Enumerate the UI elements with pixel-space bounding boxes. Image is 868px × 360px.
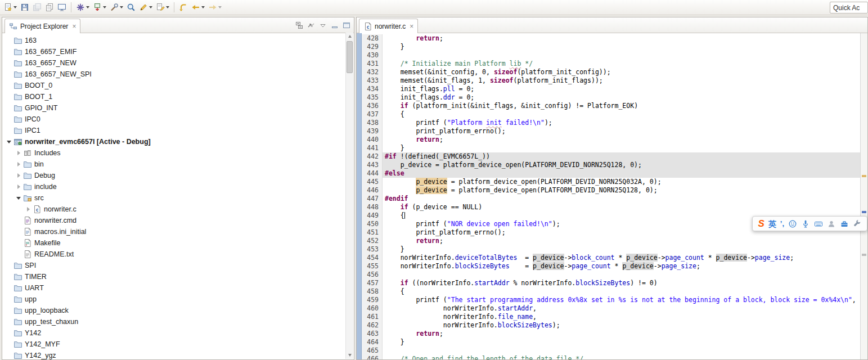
line-number[interactable]: 457 <box>362 279 383 287</box>
code-line-442[interactable]: 442#if !(defined(_EVMC6657L_)) <box>362 152 860 161</box>
code-line-454[interactable]: 454 norWriterInfo.deviceTotalBytes = p_d… <box>362 254 860 262</box>
line-number[interactable]: 451 <box>362 228 383 237</box>
sogou-logo-icon[interactable]: S <box>758 219 764 228</box>
line-number[interactable]: 465 <box>362 346 383 355</box>
tree-item-boot-0[interactable]: BOOT_0 <box>2 80 354 91</box>
minimize-button[interactable] <box>330 20 340 30</box>
line-number[interactable]: 445 <box>362 178 383 186</box>
copy-button[interactable] <box>44 1 55 14</box>
back-button[interactable] <box>190 1 206 14</box>
code-line-438[interactable]: 438 printf ("Platform init failed!\n"); <box>362 119 860 127</box>
tab-norwriter-c[interactable]: c norwriter.c × <box>359 19 418 33</box>
ime-toolbar[interactable]: S 英 ’, <box>752 216 867 231</box>
code-line-443[interactable]: 443 p_device = platform_device_open(PLAT… <box>362 161 860 169</box>
last-edit-button[interactable] <box>178 1 189 14</box>
code-line-456[interactable]: 456 <box>362 271 860 279</box>
close-icon[interactable]: × <box>410 24 413 29</box>
code-line-430[interactable]: 430 <box>362 51 860 60</box>
line-number[interactable]: 444 <box>362 169 383 178</box>
tree-item-163-6657-new-spi[interactable]: 163_6657_NEW_SPI <box>2 69 354 80</box>
code-line-437[interactable]: 437 { <box>362 110 860 119</box>
annotate-button[interactable] <box>138 1 154 14</box>
code-line-436[interactable]: 436 if (platform_init(&init_flags, &init… <box>362 102 860 110</box>
quick-access-button[interactable]: Quick Ac <box>830 2 868 14</box>
line-number[interactable]: 446 <box>362 186 383 195</box>
code-line-459[interactable]: 459 printf ("The start programming addre… <box>362 296 860 304</box>
tree-item-readme-txt[interactable]: README.txt <box>2 249 354 260</box>
terminal-button[interactable] <box>56 1 68 14</box>
line-number[interactable]: 432 <box>362 68 383 76</box>
line-number[interactable]: 453 <box>362 245 383 254</box>
ime-language-mode[interactable]: 英 <box>768 220 776 228</box>
dropdown-caret-icon[interactable] <box>201 6 205 8</box>
line-number[interactable]: 458 <box>362 287 383 296</box>
code-line-460[interactable]: 460 norWriterInfo.startAddr, <box>362 304 860 313</box>
tree-item-debug[interactable]: Debug <box>2 170 354 181</box>
line-number[interactable]: 428 <box>362 34 383 43</box>
line-number[interactable]: 440 <box>362 136 383 144</box>
explorer-scrollbar[interactable] <box>345 33 353 359</box>
dropdown-caret-icon[interactable] <box>103 6 106 8</box>
line-number[interactable]: 455 <box>362 262 383 271</box>
close-icon[interactable]: × <box>72 24 76 29</box>
code-line-431[interactable]: 431 /* Initialize main Platform lib */ <box>362 60 860 68</box>
dropdown-caret-icon[interactable] <box>14 6 17 8</box>
line-number[interactable]: 429 <box>362 43 383 51</box>
flash-button[interactable] <box>92 1 107 14</box>
tree-item-src[interactable]: src <box>2 192 354 204</box>
maximize-button[interactable] <box>341 20 352 30</box>
code-line-464[interactable]: 464 } <box>362 338 860 346</box>
code-line-445[interactable]: 445 p_device = platform_device_open(PLAT… <box>362 178 860 186</box>
code-line-428[interactable]: 428 return; <box>362 34 860 43</box>
code-line-461[interactable]: 461 norWriterInfo.file_name, <box>362 313 860 321</box>
line-number[interactable]: 435 <box>362 93 383 102</box>
line-number[interactable]: 441 <box>362 144 383 152</box>
new-button[interactable] <box>2 1 18 14</box>
code-line-429[interactable]: 429 } <box>362 43 860 51</box>
code-line-455[interactable]: 455 norWriterInfo.blockSizeBytes = p_dev… <box>362 262 860 271</box>
dropdown-caret-icon[interactable] <box>218 6 222 8</box>
link-editor-button[interactable] <box>306 20 316 30</box>
wizard-button[interactable] <box>75 1 91 14</box>
tree-collapsed-arrow-icon[interactable] <box>15 184 22 189</box>
code-line-457[interactable]: 457 if ((norWriterInfo.startAddr % norWr… <box>362 279 860 287</box>
tree-item-norwriter-evmc6657l-active-debug[interactable]: norwriter_evmc6657l [Active - Debug] <box>2 136 354 147</box>
scrollbar-thumb[interactable] <box>347 41 353 73</box>
line-number[interactable]: 449 <box>362 212 383 220</box>
tree-item-makefile[interactable]: Makefile <box>2 237 354 249</box>
save-button[interactable] <box>19 1 30 14</box>
code-line-433[interactable]: 433 memset(&init_flags, 1, sizeof(platfo… <box>362 76 860 85</box>
smiley-icon[interactable] <box>788 219 797 228</box>
line-number[interactable]: 459 <box>362 296 383 304</box>
line-number[interactable]: 460 <box>362 304 383 313</box>
code-line-452[interactable]: 452 return; <box>362 237 860 245</box>
code-line-466[interactable]: 466 /* Open and find the length of the d… <box>362 355 860 359</box>
tree-item-uart[interactable]: UART <box>2 282 354 294</box>
tree-collapsed-arrow-icon[interactable] <box>15 162 22 166</box>
line-number[interactable]: 430 <box>362 51 383 60</box>
code-line-439[interactable]: 439 print_platform_errno(); <box>362 127 860 136</box>
line-number[interactable]: 464 <box>362 338 383 346</box>
line-number[interactable]: 442 <box>362 152 383 161</box>
line-number[interactable]: 452 <box>362 237 383 245</box>
scroll-up-icon[interactable] <box>346 33 353 40</box>
tree-item-upp-loopback[interactable]: upp_loopback <box>2 305 354 316</box>
tree-item-163-6657-new[interactable]: 163_6657_NEW <box>2 57 354 69</box>
keyboard-icon[interactable] <box>814 219 823 228</box>
tree-item-y142-ygz[interactable]: Y142_ygz <box>2 350 354 359</box>
line-number[interactable]: 434 <box>362 85 383 93</box>
line-number[interactable]: 437 <box>362 110 383 119</box>
line-number[interactable]: 466 <box>362 355 383 359</box>
code-line-453[interactable]: 453 } <box>362 245 860 254</box>
code-line-447[interactable]: 447#endif <box>362 195 860 203</box>
line-number[interactable]: 443 <box>362 161 383 169</box>
code-line-432[interactable]: 432 memset(&init_config, 0, sizeof(platf… <box>362 68 860 76</box>
edit-config-button[interactable] <box>155 1 170 14</box>
line-number[interactable]: 463 <box>362 330 383 338</box>
view-menu-button[interactable] <box>318 20 328 30</box>
tree-item-163[interactable]: 163 <box>2 35 354 46</box>
tree-item-spi[interactable]: SPI <box>2 260 354 271</box>
tree-expanded-arrow-icon[interactable] <box>15 197 22 200</box>
tree-item-norwriter-cmd[interactable]: norwriter.cmd <box>2 215 354 226</box>
tree-item-y142-myf[interactable]: Y142_MYF <box>2 339 354 350</box>
